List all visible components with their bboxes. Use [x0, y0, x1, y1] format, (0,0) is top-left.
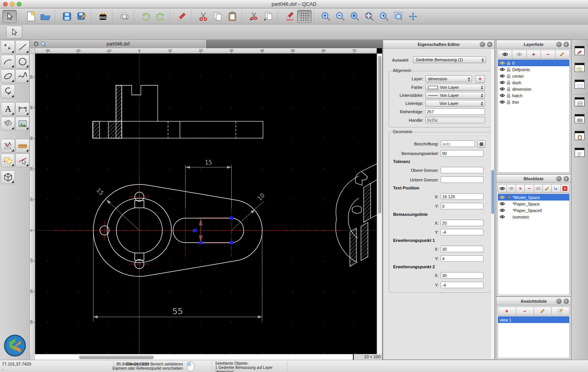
layer-combobox[interactable]: dimension	[425, 75, 472, 82]
add-layer-button[interactable]: +	[527, 50, 541, 59]
textpos-y-field[interactable]	[441, 203, 483, 209]
dimline-x-field[interactable]	[441, 220, 483, 226]
point-tools-button[interactable]	[1, 40, 15, 54]
float-panel-icon[interactable]: □	[556, 176, 562, 181]
text-tool-button[interactable]: A	[1, 102, 15, 116]
eye-icon[interactable]	[500, 209, 505, 212]
eye-icon[interactable]	[500, 74, 505, 78]
zoom-auto-button[interactable]	[348, 10, 362, 23]
lock-icon[interactable]	[506, 93, 511, 98]
remove-view-button[interactable]: −	[516, 307, 534, 315]
layer-row[interactable]: dash	[498, 79, 569, 86]
toggle-library-browser-button[interactable]	[575, 114, 585, 123]
toggle-command-options-button[interactable]: xy	[575, 97, 585, 106]
edit-view-button[interactable]	[534, 307, 552, 315]
active-tool-button[interactable]	[6, 26, 22, 39]
toggle-property-editor-button[interactable]	[575, 46, 585, 55]
ext1-y-field[interactable]	[441, 255, 483, 262]
close-panel-icon[interactable]: x	[564, 299, 569, 304]
delete-block-button[interactable]: x	[561, 184, 570, 193]
toggle-selection-filter-button[interactable]	[575, 80, 585, 89]
lineweight-combobox[interactable]: Von Layer	[425, 92, 485, 99]
save-as-button[interactable]	[74, 10, 89, 23]
insert-block-button[interactable]	[552, 184, 560, 193]
ext2-x-field[interactable]	[441, 272, 483, 279]
toggle-command-line-button[interactable]	[575, 148, 585, 157]
remove-block-button[interactable]: −	[525, 184, 534, 193]
dimension-tools-button[interactable]	[15, 102, 29, 116]
erase-tool-button[interactable]	[175, 10, 189, 23]
block-row[interactable]: *Model_Space	[498, 194, 569, 201]
ext1-x-field[interactable]	[441, 246, 483, 252]
ellipse-tools-button[interactable]	[1, 69, 15, 83]
layer-row[interactable]: Defpoints	[498, 66, 569, 73]
panel-scrollbar[interactable]	[490, 49, 494, 359]
redo-button[interactable]	[153, 10, 168, 23]
eye-icon[interactable]	[500, 81, 505, 84]
zoom-window-button[interactable]	[391, 10, 406, 23]
tab-close-icon[interactable]: x	[34, 41, 39, 46]
add-view-button[interactable]: +	[498, 307, 516, 315]
svg-export-button[interactable]: SVG	[96, 10, 110, 23]
close-window-button[interactable]	[3, 2, 8, 7]
arc-tools-button[interactable]	[1, 55, 15, 69]
ext2-y-field[interactable]	[441, 282, 483, 288]
lock-icon[interactable]	[506, 60, 511, 65]
angle-field[interactable]	[441, 150, 483, 157]
spline-tools-button[interactable]	[15, 69, 29, 83]
layer-row[interactable]: center	[498, 73, 569, 79]
hide-all-blocks-button[interactable]	[507, 184, 516, 193]
polyline-tools-button[interactable]	[1, 85, 15, 98]
block-row[interactable]: *Paper_Space	[498, 201, 569, 207]
eye-icon[interactable]	[500, 196, 505, 199]
lock-icon[interactable]	[506, 86, 511, 91]
undo-button[interactable]	[139, 10, 153, 23]
dimline-y-field[interactable]	[441, 229, 483, 235]
document-tab[interactable]: x part046.dxf	[30, 40, 207, 48]
rename-view-button[interactable]	[552, 307, 570, 315]
layer-row[interactable]: thin	[498, 99, 569, 105]
layer-row[interactable]: 0	[498, 60, 569, 66]
add-layer-button[interactable]: +	[475, 75, 485, 83]
block-row[interactable]: isometric	[498, 214, 569, 220]
edit-layer-button[interactable]	[555, 50, 570, 59]
horizontal-scroll-thumb[interactable]	[79, 356, 154, 359]
new-file-button[interactable]	[24, 10, 38, 23]
show-all-layers-button[interactable]	[498, 50, 512, 59]
block-row[interactable]: *Paper_Space0	[498, 207, 569, 214]
copy-with-reference-button[interactable]: +	[261, 10, 276, 23]
lower-field[interactable]	[441, 176, 483, 183]
linetype-combobox[interactable]: Von Layer	[425, 100, 485, 107]
grid-toggle-button[interactable]	[297, 10, 312, 23]
edit-block-button[interactable]	[543, 184, 552, 193]
image-tool-button[interactable]	[15, 117, 29, 131]
show-all-blocks-button[interactable]	[498, 184, 507, 193]
select-tool-button[interactable]	[2, 10, 17, 23]
close-panel-icon[interactable]: x	[487, 42, 492, 47]
remove-layer-button[interactable]: −	[541, 50, 555, 59]
eye-icon[interactable]	[500, 87, 505, 91]
eye-icon[interactable]	[500, 94, 505, 97]
hatch-tool-button[interactable]	[1, 117, 15, 131]
eye-icon[interactable]	[500, 100, 505, 104]
vertical-scrollbar[interactable]	[377, 54, 382, 354]
copy-button[interactable]	[211, 10, 225, 23]
zoom-selection-button[interactable]	[362, 10, 377, 23]
rename-block-button[interactable]: a|b	[534, 184, 543, 193]
float-panel-icon[interactable]: □	[480, 42, 485, 47]
minimize-window-button[interactable]	[10, 2, 15, 7]
line-tools-button[interactable]	[15, 40, 29, 54]
upper-field[interactable]	[441, 167, 483, 173]
paste-button[interactable]	[225, 10, 240, 23]
cut-button[interactable]	[196, 10, 211, 23]
print-preview-button[interactable]	[117, 10, 132, 23]
eye-icon[interactable]	[500, 215, 505, 219]
measure-tools-button[interactable]	[15, 139, 29, 153]
eye-icon[interactable]	[500, 68, 505, 71]
block-tools-button[interactable]	[1, 153, 15, 167]
clear-label-button[interactable]: ⊗	[477, 140, 485, 148]
lock-icon[interactable]	[506, 80, 511, 85]
modify-tools-button[interactable]	[15, 153, 29, 167]
horizontal-scrollbar[interactable]	[35, 354, 353, 360]
toggle-clipboard-panel-button[interactable]	[575, 131, 585, 140]
